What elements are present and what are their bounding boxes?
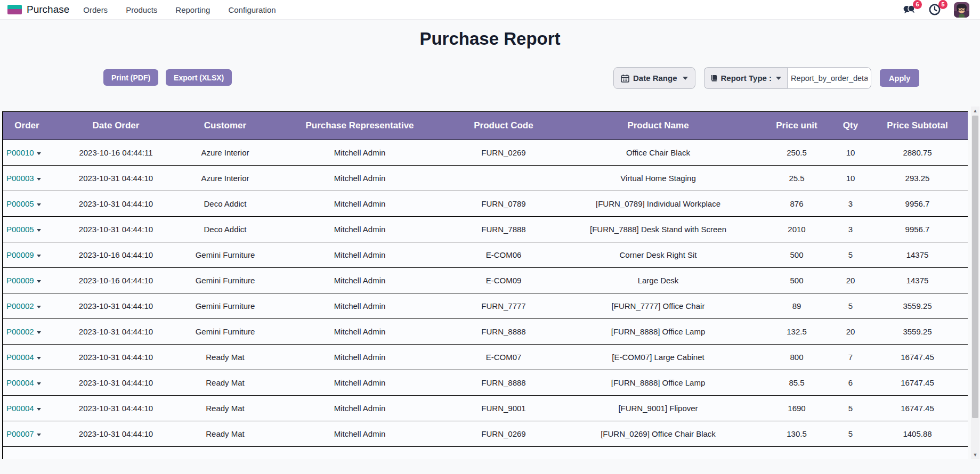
- app-switcher[interactable]: Purchase: [7, 4, 69, 15]
- cell-qty: 5: [834, 421, 867, 447]
- column-header: Purchase Representative: [269, 112, 450, 140]
- chevron-down-icon: [776, 77, 781, 80]
- vertical-scrollbar[interactable]: ▲ ▼: [971, 107, 979, 459]
- cell-price-subtotal: 16747.45: [867, 370, 968, 396]
- order-link[interactable]: P00003: [6, 174, 34, 183]
- cell-price-unit: 89: [759, 293, 834, 319]
- systray: 6 5: [903, 2, 973, 18]
- order-dropdown-caret-icon[interactable]: [37, 178, 41, 181]
- cell-product-code: FURN_7888: [450, 217, 557, 242]
- apply-button[interactable]: Apply: [880, 69, 919, 87]
- order-link[interactable]: P00004: [6, 378, 34, 387]
- cell-date-order: 2023-10-16 04:44:10: [51, 242, 181, 268]
- cell-qty: 6: [834, 370, 867, 396]
- order-dropdown-caret-icon[interactable]: [37, 306, 41, 308]
- cell-date-order: 2023-10-31 04:44:10: [51, 345, 181, 370]
- cell-customer: Ready Mat: [181, 370, 269, 396]
- cell-customer: Deco Addict: [181, 217, 269, 242]
- cell-order: P00002: [3, 293, 51, 319]
- avatar-image-icon: [954, 2, 969, 18]
- date-range-label: Date Range: [633, 73, 677, 83]
- app-name[interactable]: Purchase: [27, 4, 69, 15]
- cell-qty: 7: [834, 345, 867, 370]
- report-type-label: Report Type :: [721, 73, 772, 83]
- cell-product-name: [E-COM07] Large Cabinet: [557, 345, 759, 370]
- cell-purchase-representative: Mitchell Admin: [269, 140, 450, 166]
- order-link[interactable]: P00004: [6, 353, 34, 362]
- cell-price-subtotal: 16747.45: [867, 396, 968, 421]
- cell-qty: 20: [834, 319, 867, 345]
- cell-purchase-representative: Mitchell Admin: [269, 268, 450, 293]
- main-menu-bar: Orders Products Reporting Configuration: [83, 5, 276, 14]
- table-row: P000092023-10-16 04:44:10Gemini Furnitur…: [3, 268, 968, 293]
- cell-price-subtotal: 3559.25: [867, 293, 968, 319]
- menu-configuration[interactable]: Configuration: [228, 5, 276, 14]
- order-dropdown-caret-icon[interactable]: [37, 255, 41, 257]
- order-link[interactable]: P00010: [6, 148, 34, 157]
- order-dropdown-caret-icon[interactable]: [37, 408, 41, 411]
- order-link[interactable]: P00002: [6, 327, 34, 336]
- scroll-down-arrow-icon[interactable]: ▼: [971, 451, 979, 459]
- report-type-input[interactable]: [787, 67, 871, 89]
- cell-order: P00004: [3, 396, 51, 421]
- cell-product-code: FURN_0789: [450, 191, 557, 217]
- cell-customer: Ready Mat: [181, 345, 269, 370]
- scrollbar-thumb[interactable]: [972, 116, 978, 418]
- print-pdf-button[interactable]: Print (PDF): [103, 69, 158, 86]
- cell-price-unit: 2010: [759, 217, 834, 242]
- cell-date-order: 2023-10-31 04:44:10: [51, 319, 181, 345]
- cell-purchase-representative: Mitchell Admin: [269, 396, 450, 421]
- cell-price-subtotal: 14375: [867, 242, 968, 268]
- export-xlsx-button[interactable]: Export (XLSX): [166, 69, 232, 86]
- order-link[interactable]: P00002: [6, 301, 34, 310]
- cell-order: P00003: [3, 166, 51, 191]
- order-dropdown-caret-icon[interactable]: [37, 229, 41, 232]
- menu-orders[interactable]: Orders: [83, 5, 108, 14]
- user-avatar[interactable]: [954, 2, 969, 18]
- cell-product-code: FURN_0269: [450, 140, 557, 166]
- cell-price-subtotal: 293.25: [867, 166, 968, 191]
- cell-price-subtotal: 14375: [867, 268, 968, 293]
- cell-product-name: [FURN_9001] Flipover: [557, 396, 759, 421]
- table-row: P000032023-10-31 04:44:10Azure InteriorM…: [3, 166, 968, 191]
- date-range-dropdown[interactable]: Date Range: [613, 67, 695, 89]
- order-dropdown-caret-icon[interactable]: [37, 382, 41, 385]
- activities-button[interactable]: 5: [928, 3, 942, 16]
- cell-product-code: FURN_9001: [450, 396, 557, 421]
- cell-price-subtotal: 9956.7: [867, 217, 968, 242]
- cell-customer: Gemini Furniture: [181, 293, 269, 319]
- order-dropdown-caret-icon[interactable]: [37, 152, 41, 155]
- scroll-up-arrow-icon[interactable]: ▲: [971, 107, 979, 115]
- cell-price-unit: 500: [759, 268, 834, 293]
- order-link[interactable]: P00009: [6, 250, 34, 259]
- activities-badge: 5: [938, 0, 947, 9]
- order-link[interactable]: P00005: [6, 225, 34, 234]
- order-link[interactable]: P00004: [6, 404, 34, 413]
- order-dropdown-caret-icon[interactable]: [37, 357, 41, 359]
- order-link[interactable]: P00007: [6, 429, 34, 438]
- order-dropdown-caret-icon[interactable]: [37, 280, 41, 283]
- table-row: P000042023-10-31 04:44:10Ready MatMitche…: [3, 396, 968, 421]
- column-header: Price unit: [759, 112, 834, 140]
- order-link[interactable]: P00009: [6, 276, 34, 285]
- order-dropdown-caret-icon[interactable]: [37, 434, 41, 436]
- report-table-container: OrderDate OrderCustomerPurchase Represen…: [2, 111, 968, 459]
- cell-product-code: FURN_8888: [450, 370, 557, 396]
- report-type-dropdown[interactable]: Report Type :: [704, 67, 788, 89]
- menu-products[interactable]: Products: [126, 5, 157, 14]
- cell-date-order: 2023-10-31 04:44:10: [51, 396, 181, 421]
- order-dropdown-caret-icon[interactable]: [37, 203, 41, 206]
- book-icon: [710, 74, 718, 82]
- odoo-app-logo-icon: [7, 5, 22, 14]
- cell-purchase-representative: Mitchell Admin: [269, 370, 450, 396]
- cell-price-unit: 132.5: [759, 319, 834, 345]
- cell-purchase-representative: Mitchell Admin: [269, 166, 450, 191]
- messages-button[interactable]: 6: [903, 3, 917, 16]
- order-dropdown-caret-icon[interactable]: [37, 331, 41, 334]
- cell-qty: 5: [834, 242, 867, 268]
- cell-purchase-representative: Mitchell Admin: [269, 191, 450, 217]
- filter-controls: Date Range Report Type : Apply: [613, 67, 919, 89]
- order-link[interactable]: P00005: [6, 199, 34, 208]
- table-row: P000042023-10-31 04:44:10Ready MatMitche…: [3, 345, 968, 370]
- menu-reporting[interactable]: Reporting: [175, 5, 210, 14]
